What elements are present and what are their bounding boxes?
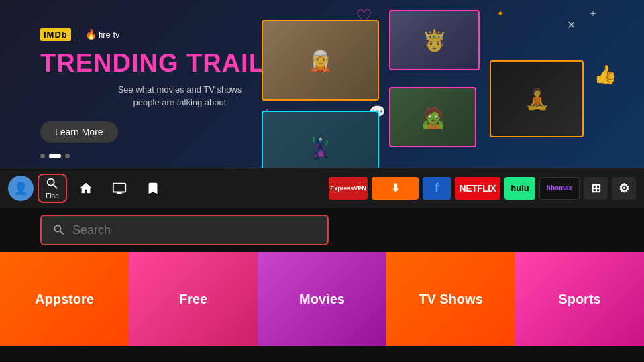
user-avatar[interactable]: 👤 <box>8 176 34 201</box>
search-bar-icon <box>52 223 66 237</box>
thumbup-icon: 👍 <box>594 64 617 86</box>
category-tvshows[interactable]: TV Shows <box>386 252 515 346</box>
search-bar-container[interactable] <box>40 215 329 245</box>
x-icon: ✕ <box>567 19 576 32</box>
all-apps-button[interactable]: ⊞ <box>584 177 608 200</box>
category-sports[interactable]: Sports <box>515 252 644 346</box>
category-tiles-row: Appstore Free Movies TV Shows Sports <box>0 252 644 346</box>
find-label: Find <box>46 192 58 200</box>
hulu-app[interactable]: hulu <box>504 177 535 200</box>
downloader-app[interactable]: ⬇ <box>372 177 419 200</box>
gear-icon: ⚙ <box>619 181 629 196</box>
dot-2[interactable] <box>49 154 61 158</box>
dot-1[interactable] <box>40 154 45 158</box>
movie-thumb-1[interactable]: 🧝 <box>262 20 379 101</box>
hbomax-app[interactable]: hbomax <box>539 177 580 200</box>
fire-icon: 🔥 <box>85 29 97 40</box>
thumb-figure-4: 🦹 <box>263 112 378 168</box>
category-free[interactable]: Free <box>129 252 258 346</box>
thumb-figure-3: 🧟 <box>390 88 475 146</box>
bookmark-icon <box>146 181 160 196</box>
hero-thumbnails: ♡ ✦ 👍 💬 + + ✕ 🧝 🤴 🧟 🦹 🧘 <box>255 0 644 168</box>
carousel-dots <box>40 154 70 158</box>
home-icon <box>78 181 93 196</box>
grid-icon: ⊞ <box>591 181 601 196</box>
netflix-app[interactable]: NETFLIX <box>455 177 500 200</box>
hero-banner: IMDb 🔥 fire tv TRENDING TRAILERS See wha… <box>0 0 644 168</box>
dot-3[interactable] <box>65 154 70 158</box>
search-icon <box>45 176 60 191</box>
watchlist-nav-button[interactable] <box>138 174 168 203</box>
thumb-figure-5: 🧘 <box>491 62 582 136</box>
movie-thumb-2[interactable]: 🤴 <box>389 10 480 70</box>
livetv-nav-button[interactable] <box>105 174 134 203</box>
imdb-logo: IMDb <box>40 28 71 41</box>
learn-more-button[interactable]: Learn More <box>40 121 118 143</box>
thumb-figure-1: 🧝 <box>263 21 378 99</box>
search-section <box>0 208 644 252</box>
blue-app[interactable]: f <box>423 177 451 200</box>
logo-divider <box>78 27 78 42</box>
app-icons-row: ExpressVPN ⬇ f NETFLIX hulu hbomax ⊞ ⚙ <box>329 177 636 200</box>
tv-icon <box>112 181 127 196</box>
blue-app-icon: f <box>435 181 439 195</box>
navigation-bar: 👤 Find ExpressVPN ⬇ f <box>0 168 644 208</box>
expressvpn-app[interactable]: ExpressVPN <box>329 177 368 200</box>
category-movies[interactable]: Movies <box>258 252 386 346</box>
movie-thumb-3[interactable]: 🧟 <box>389 87 476 147</box>
category-appstore[interactable]: Appstore <box>0 252 129 346</box>
movie-thumb-4[interactable]: 🦹 <box>262 111 379 168</box>
settings-button[interactable]: ⚙ <box>612 177 636 200</box>
search-input[interactable] <box>72 223 317 237</box>
thumb-figure-2: 🤴 <box>390 11 478 69</box>
movie-thumb-5[interactable]: 🧘 <box>490 60 584 137</box>
star-plus-icon: ✦ <box>496 8 504 19</box>
firetv-logo: 🔥 fire tv <box>85 29 120 40</box>
home-nav-button[interactable] <box>71 174 101 203</box>
plus-icon-2: + <box>590 8 596 19</box>
download-icon: ⬇ <box>391 182 400 194</box>
find-nav-button[interactable]: Find <box>38 174 67 203</box>
